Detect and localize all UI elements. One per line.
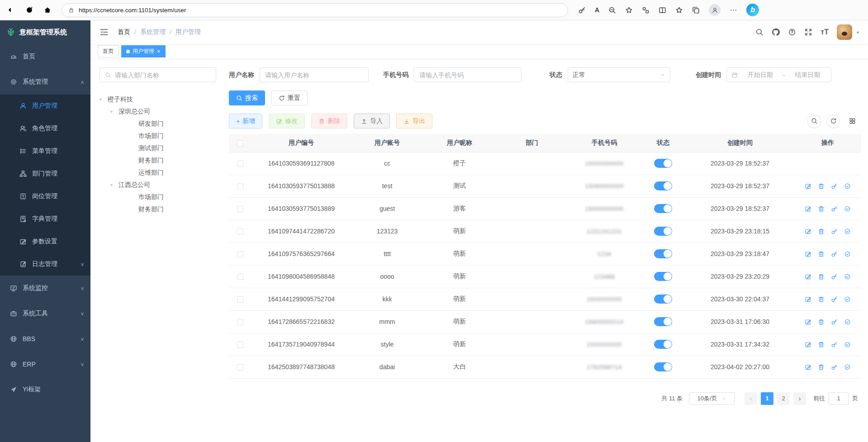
sidebar-item-menu-mgmt[interactable]: 菜单管理 — [0, 140, 90, 162]
row-checkbox[interactable] — [237, 251, 243, 257]
tree-node-dept[interactable]: 财务部门 — [100, 203, 216, 215]
extensions-icon[interactable] — [642, 6, 650, 14]
delete-row-button[interactable] — [818, 296, 825, 303]
row-checkbox[interactable] — [237, 342, 243, 348]
password-key-icon[interactable] — [578, 6, 586, 14]
import-button[interactable]: 导入 — [354, 114, 390, 128]
status-toggle[interactable] — [654, 204, 672, 213]
page-button-2[interactable]: 2 — [777, 392, 790, 405]
edit-row-button[interactable] — [805, 296, 811, 303]
status-toggle[interactable] — [654, 340, 672, 349]
export-button[interactable]: 导出 — [396, 114, 432, 128]
date-range-picker[interactable]: 开始日期 - 结束日期 — [726, 67, 831, 82]
status-toggle[interactable] — [654, 159, 672, 168]
tree-node-dept[interactable]: 研发部门 — [100, 118, 216, 130]
reset-password-button[interactable] — [831, 273, 838, 280]
font-size-icon[interactable]: тT — [821, 28, 829, 36]
edit-row-button[interactable] — [805, 228, 811, 235]
row-checkbox[interactable] — [237, 274, 243, 280]
row-checkbox[interactable] — [237, 206, 243, 212]
browser-back-icon[interactable] — [7, 6, 15, 14]
sidebar-item-log-mgmt[interactable]: 日志管理 ∨ — [0, 253, 90, 276]
help-icon[interactable] — [788, 28, 796, 36]
dept-search-input[interactable] — [115, 71, 211, 79]
tree-node-branch[interactable]: ▾江西总公司 — [100, 179, 216, 191]
reset-password-button[interactable] — [831, 228, 838, 235]
delete-row-button[interactable] — [818, 341, 825, 348]
sidebar-item-system-tools[interactable]: 系统工具 ∨ — [0, 301, 90, 326]
sidebar-item-user-mgmt[interactable]: 用户管理 — [0, 95, 90, 117]
delete-row-button[interactable] — [818, 205, 825, 212]
browser-home-icon[interactable] — [43, 6, 52, 14]
address-bar[interactable]: https://ccnetcore.com:1101/system/user — [62, 3, 568, 17]
page-size-select[interactable]: 10条/页 — [689, 392, 735, 405]
sidebar-item-system-monitor[interactable]: 系统监控 ∨ — [0, 276, 90, 301]
reset-password-button[interactable] — [831, 251, 838, 257]
delete-row-button[interactable] — [818, 251, 825, 257]
status-toggle[interactable] — [654, 272, 672, 281]
sidebar-item-yi-framework[interactable]: Yi框架 — [0, 377, 90, 402]
user-avatar[interactable] — [837, 24, 852, 40]
reset-password-button[interactable] — [831, 205, 838, 212]
tree-node-dept[interactable]: 财务部门 — [100, 154, 216, 166]
assign-role-button[interactable] — [844, 273, 851, 280]
search-icon[interactable] — [755, 28, 764, 36]
assign-role-button[interactable] — [844, 364, 851, 371]
row-checkbox[interactable] — [237, 183, 243, 190]
delete-row-button[interactable] — [818, 273, 825, 280]
sidebar-item-post-mgmt[interactable]: 岗位管理 — [0, 185, 90, 208]
edit-row-button[interactable] — [805, 318, 811, 325]
breadcrumb-system-mgmt[interactable]: 系统管理 — [140, 28, 166, 36]
tree-node-dept[interactable]: 市场部门 — [100, 191, 216, 203]
username-input[interactable] — [265, 71, 363, 79]
edit-row-button[interactable] — [805, 251, 811, 257]
reset-password-button[interactable] — [831, 341, 838, 348]
status-toggle[interactable] — [654, 295, 672, 304]
sidebar-item-home[interactable]: 首页 — [0, 44, 90, 69]
browser-more-icon[interactable] — [730, 6, 737, 14]
tree-node-dept[interactable]: 市场部门 — [100, 130, 216, 142]
assign-role-button[interactable] — [844, 341, 851, 348]
edit-row-button[interactable] — [805, 364, 811, 371]
status-toggle[interactable] — [654, 362, 672, 371]
phone-input[interactable] — [419, 71, 516, 79]
status-toggle[interactable] — [654, 317, 672, 326]
tree-expand-icon[interactable]: ▾ — [110, 109, 119, 114]
sidebar-item-param-settings[interactable]: 参数设置 — [0, 230, 90, 253]
assign-role-button[interactable] — [844, 296, 851, 303]
tree-expand-icon[interactable]: ▾ — [100, 97, 108, 102]
favorites-add-icon[interactable] — [625, 6, 633, 14]
bing-icon[interactable]: b — [746, 4, 759, 16]
table-refresh-button[interactable] — [826, 114, 840, 128]
assign-role-button[interactable] — [844, 183, 851, 190]
next-page-button[interactable]: › — [793, 392, 806, 405]
read-aloud-icon[interactable]: A — [595, 6, 599, 14]
page-button-1[interactable]: 1 — [761, 392, 773, 405]
tree-node-dept[interactable]: 测试部门 — [100, 142, 216, 154]
tab-close-icon[interactable]: × — [157, 48, 161, 54]
status-select[interactable]: 正常 — [568, 67, 670, 82]
fullscreen-icon[interactable] — [804, 28, 812, 36]
split-screen-icon[interactable] — [659, 6, 666, 14]
tree-node-branch[interactable]: ▾深圳总公司 — [100, 105, 216, 118]
sidebar-item-bbs[interactable]: BBS ∨ — [0, 326, 90, 352]
zoom-out-icon[interactable] — [608, 6, 616, 14]
edit-row-button[interactable] — [805, 341, 811, 348]
edit-row-button[interactable] — [805, 205, 811, 212]
github-icon[interactable] — [772, 28, 780, 36]
delete-row-button[interactable] — [818, 318, 825, 325]
reset-password-button[interactable] — [831, 318, 838, 325]
edit-row-button[interactable] — [805, 183, 811, 190]
tab-home[interactable]: 首页 — [98, 45, 119, 57]
assign-role-button[interactable] — [844, 318, 851, 325]
breadcrumb-home[interactable]: 首页 — [118, 28, 130, 36]
edit-row-button[interactable] — [805, 273, 811, 280]
status-toggle[interactable] — [654, 181, 672, 190]
goto-page-input[interactable] — [829, 392, 849, 405]
sidebar-item-role-mgmt[interactable]: 角色管理 — [0, 117, 90, 140]
tree-node-dept[interactable]: 运维部门 — [100, 166, 216, 179]
reset-button[interactable]: 重置 — [271, 90, 308, 105]
row-checkbox[interactable] — [237, 364, 243, 371]
row-checkbox[interactable] — [237, 228, 243, 235]
browser-profile-icon[interactable] — [709, 4, 721, 16]
